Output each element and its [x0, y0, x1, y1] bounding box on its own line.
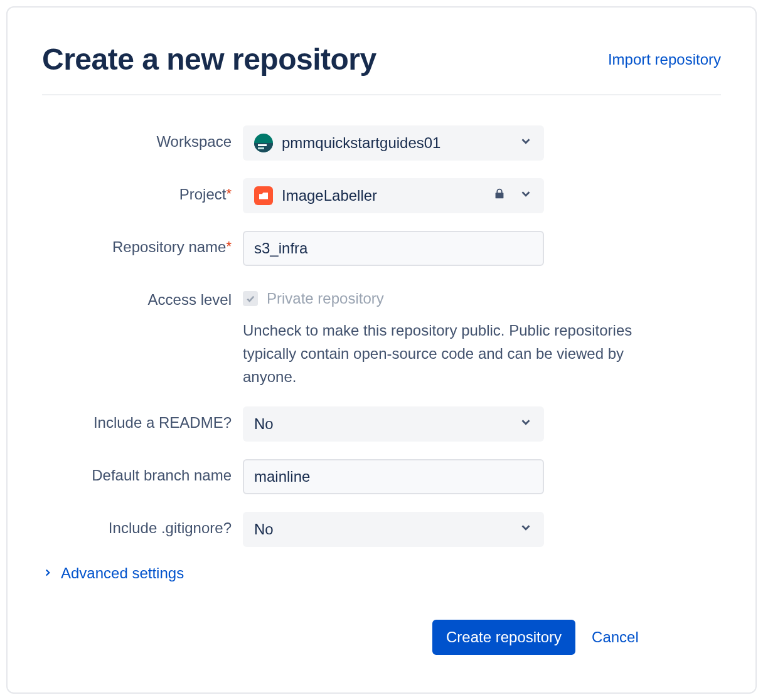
advanced-settings-label: Advanced settings: [61, 565, 184, 582]
lock-icon: [493, 187, 506, 204]
row-gitignore: Include .gitignore? No: [42, 512, 721, 547]
readme-value: No: [254, 415, 274, 433]
footer: Create repository Cancel: [42, 620, 721, 655]
create-repository-button[interactable]: Create repository: [432, 620, 575, 655]
private-checkbox-label: Private repository: [267, 290, 384, 307]
row-repo-name: Repository name*: [42, 231, 721, 266]
advanced-settings-toggle[interactable]: Advanced settings: [42, 565, 721, 582]
workspace-value: pmmquickstartguides01: [282, 134, 440, 152]
create-repo-panel: Create a new repository Import repositor…: [6, 6, 757, 694]
private-checkbox[interactable]: [243, 291, 258, 306]
check-icon: [245, 294, 255, 304]
project-avatar-icon: [254, 186, 273, 205]
gitignore-select[interactable]: No: [243, 512, 544, 547]
row-access: Access level Private repository Uncheck …: [42, 284, 721, 389]
label-repo-name: Repository name*: [42, 231, 243, 257]
chevron-down-icon: [519, 415, 533, 433]
project-select[interactable]: ImageLabeller: [243, 178, 544, 213]
chevron-down-icon: [519, 521, 533, 538]
default-branch-input[interactable]: [243, 459, 544, 494]
header: Create a new repository Import repositor…: [42, 42, 721, 95]
form: Workspace pmmquickstartguides01: [42, 125, 721, 655]
workspace-select[interactable]: pmmquickstartguides01: [243, 125, 544, 161]
chevron-down-icon: [519, 187, 533, 204]
project-value: ImageLabeller: [282, 187, 377, 204]
chevron-down-icon: [519, 134, 533, 152]
repo-name-input[interactable]: [243, 231, 544, 266]
label-workspace: Workspace: [42, 125, 243, 152]
label-gitignore: Include .gitignore?: [42, 512, 243, 538]
page-title: Create a new repository: [42, 42, 376, 77]
row-project: Project* ImageLabeller: [42, 178, 721, 213]
label-project: Project*: [42, 178, 243, 204]
row-readme: Include a README? No: [42, 406, 721, 442]
import-repository-link[interactable]: Import repository: [608, 51, 721, 68]
workspace-avatar-icon: [254, 134, 273, 152]
readme-select[interactable]: No: [243, 406, 544, 442]
label-readme: Include a README?: [42, 406, 243, 433]
cancel-button[interactable]: Cancel: [592, 628, 639, 646]
row-default-branch: Default branch name: [42, 459, 721, 494]
label-default-branch: Default branch name: [42, 459, 243, 485]
label-access: Access level: [42, 284, 243, 310]
access-help-text: Uncheck to make this repository public. …: [243, 319, 644, 389]
row-workspace: Workspace pmmquickstartguides01: [42, 125, 721, 161]
gitignore-value: No: [254, 521, 274, 538]
chevron-right-icon: [42, 565, 53, 582]
